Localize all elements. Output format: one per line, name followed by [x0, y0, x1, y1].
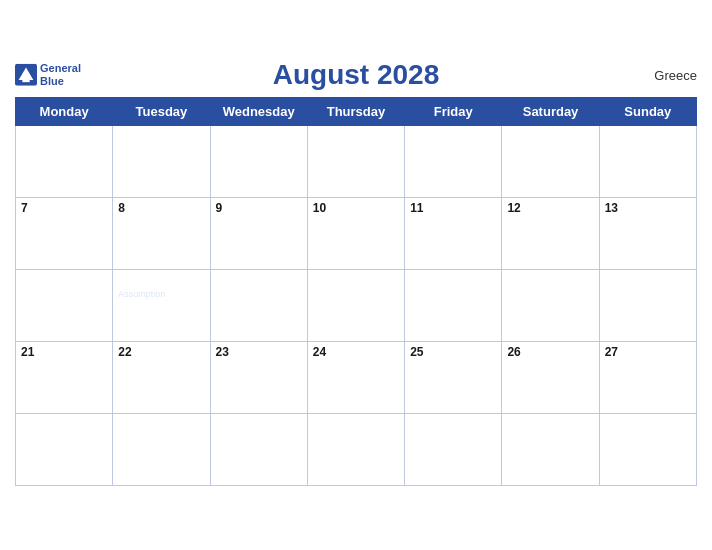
logo-text: General Blue	[40, 62, 81, 88]
week-row-5: 28293031	[16, 414, 697, 486]
calendar-cell: 17	[307, 270, 404, 342]
day-number: 1	[118, 129, 204, 143]
weekday-monday: Monday	[16, 98, 113, 126]
calendar-cell: 13	[599, 198, 696, 270]
day-number: 24	[313, 345, 399, 359]
day-number: 14	[21, 273, 107, 287]
weekday-saturday: Saturday	[502, 98, 599, 126]
day-number: 30	[216, 417, 302, 431]
day-number: 31	[313, 417, 399, 431]
day-number: 2	[216, 129, 302, 143]
day-number: 27	[605, 345, 691, 359]
day-number: 13	[605, 201, 691, 215]
day-number: 16	[216, 273, 302, 287]
week-row-3: 1415Assumption1617181920	[16, 270, 697, 342]
day-number: 10	[313, 201, 399, 215]
calendar-cell: 25	[405, 342, 502, 414]
calendar-cell: 4	[405, 126, 502, 198]
calendar-cell: 6	[599, 126, 696, 198]
calendar-title: August 2028	[273, 59, 440, 91]
calendar-cell: 12	[502, 198, 599, 270]
day-number: 7	[21, 201, 107, 215]
day-number: 8	[118, 201, 204, 215]
week-row-2: 78910111213	[16, 198, 697, 270]
calendar-cell: 24	[307, 342, 404, 414]
day-number: 20	[605, 273, 691, 287]
day-number: 21	[21, 345, 107, 359]
calendar-cell: 9	[210, 198, 307, 270]
calendar-table: MondayTuesdayWednesdayThursdayFridaySatu…	[15, 97, 697, 486]
calendar-cell: 21	[16, 342, 113, 414]
calendar-cell	[599, 414, 696, 486]
calendar-cell	[502, 414, 599, 486]
calendar-cell: 20	[599, 270, 696, 342]
day-number: 3	[313, 129, 399, 143]
calendar-cell: 16	[210, 270, 307, 342]
day-number: 25	[410, 345, 496, 359]
day-number: 4	[410, 129, 496, 143]
calendar-cell: 10	[307, 198, 404, 270]
weekday-sunday: Sunday	[599, 98, 696, 126]
calendar-cell: 22	[113, 342, 210, 414]
day-number: 6	[605, 129, 691, 143]
weekday-tuesday: Tuesday	[113, 98, 210, 126]
calendar-cell: 23	[210, 342, 307, 414]
week-row-1: 123456	[16, 126, 697, 198]
calendar-cell: 28	[16, 414, 113, 486]
calendar-cell: 7	[16, 198, 113, 270]
day-number: 17	[313, 273, 399, 287]
calendar-cell: 29	[113, 414, 210, 486]
calendar-cell	[16, 126, 113, 198]
day-number: 29	[118, 417, 204, 431]
calendar-cell: 5	[502, 126, 599, 198]
calendar-cell: 18	[405, 270, 502, 342]
weekday-thursday: Thursday	[307, 98, 404, 126]
day-number: 18	[410, 273, 496, 287]
weekday-header-row: MondayTuesdayWednesdayThursdayFridaySatu…	[16, 98, 697, 126]
day-number: 15	[118, 273, 204, 287]
calendar-cell	[405, 414, 502, 486]
calendar-cell: 15Assumption	[113, 270, 210, 342]
svg-rect-2	[22, 77, 29, 82]
weekday-wednesday: Wednesday	[210, 98, 307, 126]
calendar-header: General Blue August 2028 Greece	[15, 59, 697, 91]
day-number: 5	[507, 129, 593, 143]
day-number: 26	[507, 345, 593, 359]
calendar-cell: 30	[210, 414, 307, 486]
calendar-cell: 8	[113, 198, 210, 270]
day-number: 22	[118, 345, 204, 359]
logo-icon	[15, 64, 37, 86]
day-number: 19	[507, 273, 593, 287]
weekday-friday: Friday	[405, 98, 502, 126]
holiday-name: Assumption	[118, 289, 204, 300]
calendar-cell: 26	[502, 342, 599, 414]
calendar-wrapper: General Blue August 2028 Greece MondayTu…	[0, 49, 712, 501]
calendar-country: Greece	[654, 68, 697, 83]
week-row-4: 21222324252627	[16, 342, 697, 414]
day-number: 23	[216, 345, 302, 359]
calendar-cell: 1	[113, 126, 210, 198]
calendar-cell: 11	[405, 198, 502, 270]
calendar-cell: 14	[16, 270, 113, 342]
calendar-cell: 3	[307, 126, 404, 198]
logo-area: General Blue	[15, 62, 81, 88]
day-number: 11	[410, 201, 496, 215]
calendar-cell: 27	[599, 342, 696, 414]
day-number: 12	[507, 201, 593, 215]
calendar-cell: 19	[502, 270, 599, 342]
day-number: 28	[21, 417, 107, 431]
calendar-cell: 31	[307, 414, 404, 486]
calendar-cell: 2	[210, 126, 307, 198]
day-number: 9	[216, 201, 302, 215]
